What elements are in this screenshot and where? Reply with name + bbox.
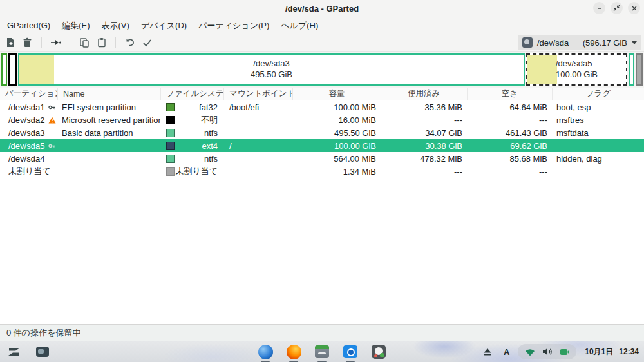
taskbar-app-firefox[interactable] bbox=[286, 344, 301, 359]
flags: boot, esp bbox=[553, 102, 644, 112]
title-bar[interactable]: /dev/sda - GParted bbox=[0, 0, 644, 17]
menu-edit[interactable]: 編集(E) bbox=[56, 17, 95, 34]
software-store-icon bbox=[343, 345, 357, 358]
window-title: /dev/sda - GParted bbox=[0, 4, 644, 14]
trash-icon bbox=[23, 37, 32, 48]
size: 1.34 MiB bbox=[293, 167, 381, 176]
segment-device-label: /dev/sda3 bbox=[253, 59, 289, 70]
clock[interactable]: 10月1日 12:34 bbox=[585, 347, 639, 357]
key-icon bbox=[48, 142, 56, 149]
input-method-indicator[interactable]: A bbox=[504, 347, 509, 357]
device-size: (596.17 GiB bbox=[583, 38, 627, 48]
warning-icon bbox=[48, 117, 56, 124]
delete-partition-button[interactable] bbox=[19, 35, 36, 50]
used-space-indicator bbox=[527, 55, 557, 84]
close-button[interactable] bbox=[628, 2, 640, 14]
unused: --- bbox=[468, 167, 553, 176]
disk-segment-unallocated[interactable] bbox=[636, 53, 643, 86]
filesystem-color-swatch bbox=[166, 103, 175, 111]
unused: 69.62 GiB bbox=[468, 141, 553, 151]
device-name: /dev/sda bbox=[537, 38, 569, 48]
used: --- bbox=[381, 167, 468, 176]
new-partition-icon bbox=[5, 37, 15, 48]
used: 478.32 MiB bbox=[381, 154, 468, 164]
filesystem-type: 未割り当て bbox=[175, 166, 218, 177]
disk-segment-sda4[interactable] bbox=[629, 53, 634, 86]
browser-icon bbox=[258, 345, 273, 359]
new-partition-button[interactable] bbox=[1, 35, 19, 50]
segment-device-label: /dev/sda5 bbox=[556, 59, 592, 70]
menu-gparted[interactable]: GParted(G) bbox=[1, 18, 56, 33]
filesystem-color-swatch bbox=[166, 155, 175, 163]
system-tray[interactable] bbox=[518, 344, 576, 359]
restore-icon bbox=[613, 5, 620, 12]
taskbar-app-software[interactable] bbox=[343, 344, 358, 359]
minimize-button[interactable] bbox=[593, 2, 605, 14]
copy-button[interactable] bbox=[75, 35, 93, 50]
header-partition[interactable]: パーティション bbox=[0, 88, 58, 100]
table-header: パーティション Name ファイルシステム マウントポイント 容量 使用済み 空… bbox=[0, 88, 644, 100]
file-manager-icon bbox=[315, 345, 329, 358]
firefox-icon bbox=[287, 345, 301, 359]
flags: msftres bbox=[553, 115, 644, 125]
filesystem-color-swatch bbox=[166, 129, 175, 137]
table-row[interactable]: /dev/sda4 ntfs 564.00 MiB 478.32 MiB 85.… bbox=[0, 152, 644, 165]
taskbar-app-files[interactable] bbox=[314, 344, 330, 359]
resize-move-button[interactable] bbox=[47, 35, 64, 50]
table-empty-area bbox=[0, 178, 644, 324]
used: --- bbox=[381, 115, 468, 125]
undo-icon bbox=[125, 38, 135, 47]
checkmark-icon bbox=[142, 39, 152, 47]
unused: 85.68 MiB bbox=[468, 154, 553, 164]
show-desktop-button[interactable] bbox=[35, 344, 50, 359]
partition-label: Basic data partition bbox=[58, 128, 161, 138]
header-name[interactable]: Name bbox=[58, 88, 161, 100]
taskbar-app-browser[interactable] bbox=[258, 344, 273, 359]
header-mountpoint[interactable]: マウントポイント bbox=[224, 88, 293, 100]
header-unused[interactable]: 空き bbox=[468, 88, 553, 100]
partition-label: EFI system partition bbox=[58, 102, 161, 112]
undo-button[interactable] bbox=[121, 35, 138, 50]
restore-button[interactable] bbox=[611, 2, 623, 14]
table-row[interactable]: 未割り当て 未割り当て 1.34 MiB --- --- bbox=[0, 165, 644, 178]
size: 564.00 MiB bbox=[293, 154, 381, 164]
table-row-selected[interactable]: /dev/sda5 ext4 / 100.00 GiB 30.38 GiB 69… bbox=[0, 139, 644, 152]
table-row[interactable]: /dev/sda3 Basic data partition ntfs 495.… bbox=[0, 126, 644, 139]
menu-device[interactable]: デバイス(D) bbox=[135, 17, 193, 34]
header-filesystem[interactable]: ファイルシステム bbox=[161, 88, 224, 100]
menu-partition[interactable]: パーティション(P) bbox=[193, 17, 275, 34]
minimize-icon bbox=[596, 5, 603, 12]
unused: 64.64 MiB bbox=[468, 102, 553, 112]
disk-segment-sda1[interactable] bbox=[1, 53, 7, 86]
disk-segment-sda2[interactable] bbox=[8, 53, 17, 86]
table-row[interactable]: /dev/sda2 Microsoft reserved partition 不… bbox=[0, 113, 644, 126]
used: 30.38 GiB bbox=[381, 141, 468, 151]
partition-name: /dev/sda5 bbox=[8, 141, 44, 151]
menu-view[interactable]: 表示(V) bbox=[96, 17, 135, 34]
zorin-menu-button[interactable] bbox=[6, 344, 22, 359]
partition-name: /dev/sda1 bbox=[8, 102, 44, 112]
paste-button[interactable] bbox=[93, 35, 110, 50]
table-row[interactable]: /dev/sda1 EFI system partition fat32 /bo… bbox=[0, 100, 644, 113]
close-icon bbox=[631, 5, 638, 12]
header-used[interactable]: 使用済み bbox=[381, 88, 468, 100]
disk-segment-sda5-selected[interactable]: /dev/sda5 100.00 GiB bbox=[526, 53, 627, 86]
taskbar-date: 10月1日 bbox=[585, 347, 613, 357]
size: 495.50 GiB bbox=[293, 128, 381, 138]
apply-button[interactable] bbox=[138, 35, 156, 50]
disk-segment-sda3[interactable]: /dev/sda3 495.50 GiB bbox=[18, 53, 525, 86]
paste-icon bbox=[97, 37, 106, 48]
partition-label: Microsoft reserved partition bbox=[58, 115, 161, 125]
header-flags[interactable]: フラグ bbox=[553, 88, 644, 100]
used: 34.07 GiB bbox=[381, 128, 468, 138]
device-selector[interactable]: /dev/sda (596.17 GiB bbox=[518, 35, 641, 50]
status-bar: 0 件の操作を保留中 bbox=[0, 324, 644, 341]
unused: 461.43 GiB bbox=[468, 128, 553, 138]
pending-operations-text: 0 件の操作を保留中 bbox=[6, 327, 80, 339]
header-size[interactable]: 容量 bbox=[293, 88, 381, 100]
partition-name: 未割り当て bbox=[8, 166, 51, 177]
eject-button[interactable] bbox=[480, 344, 495, 359]
taskbar-app-gparted[interactable] bbox=[371, 344, 386, 359]
menu-help[interactable]: ヘルプ(H) bbox=[275, 17, 324, 34]
taskbar-time: 12:34 bbox=[619, 347, 639, 356]
